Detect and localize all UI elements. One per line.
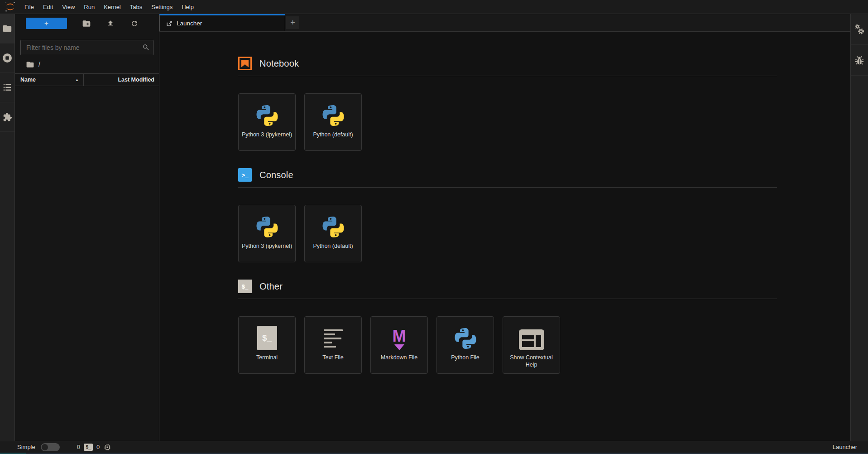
menu-edit[interactable]: Edit — [38, 0, 58, 14]
card-label: Python File — [448, 354, 482, 361]
launcher-card-notebook-python-default[interactable]: Python (default) — [304, 93, 362, 151]
terminals-count: 0 — [77, 444, 80, 450]
card-label: Show Contextual Help — [503, 354, 560, 369]
tab-bar: Launcher + — [159, 14, 850, 32]
puzzle-icon — [3, 112, 12, 122]
card-label: Terminal — [254, 354, 280, 361]
sidebar-tab-debugger[interactable] — [851, 45, 868, 76]
sidebar-tab-file-browser[interactable] — [0, 14, 14, 43]
contextual-help-icon — [519, 317, 544, 350]
running-kernels-icon — [2, 53, 13, 63]
text-file-icon — [324, 317, 343, 350]
launcher-section-notebook: Notebook Python 3 (ipykernel) — [238, 57, 777, 151]
search-icon — [142, 43, 150, 51]
section-title: Notebook — [259, 58, 299, 69]
section-title: Other — [259, 281, 283, 292]
left-sidebar — [0, 14, 15, 441]
sidebar-tab-property-inspector[interactable] — [851, 14, 868, 45]
python-logo-icon — [255, 205, 279, 239]
section-header-console: >_ Console — [238, 168, 777, 188]
python-logo-icon — [255, 94, 279, 127]
new-launcher-button[interactable]: + — [26, 18, 67, 29]
menu-help[interactable]: Help — [177, 0, 198, 14]
notebook-icon — [238, 57, 252, 70]
python-file-icon — [454, 317, 477, 350]
launcher-card-show-contextual-help[interactable]: Show Contextual Help — [503, 316, 560, 374]
launcher-card-notebook-python3[interactable]: Python 3 (ipykernel) — [238, 93, 296, 151]
launcher-section-console: >_ Console Pyth — [238, 168, 777, 262]
terminal-glyph: $_ — [242, 283, 248, 290]
menu-file[interactable]: File — [20, 0, 38, 14]
refresh-button[interactable] — [130, 19, 139, 28]
right-sidebar — [850, 14, 868, 441]
sidebar-tab-running-kernels[interactable] — [0, 43, 14, 73]
tab-launcher-label: Launcher — [177, 20, 202, 27]
new-folder-button[interactable] — [82, 19, 91, 28]
table-of-contents-icon — [2, 83, 12, 92]
sidebar-tab-table-of-contents[interactable] — [0, 73, 14, 102]
console-glyph: >_ — [242, 172, 249, 179]
new-tab-button[interactable]: + — [286, 16, 299, 29]
gears-icon — [854, 23, 865, 35]
new-folder-icon — [82, 19, 91, 28]
terminal-icon: $_ — [238, 280, 252, 293]
file-browser-panel: + — [15, 14, 159, 441]
bug-icon — [854, 55, 864, 66]
sidebar-tab-extensions[interactable] — [0, 102, 14, 132]
markdown-m-glyph: M — [393, 328, 406, 344]
status-bar: Simple 0 $_ 0 Launcher — [0, 441, 868, 453]
kernels-count: 0 — [96, 444, 100, 450]
section-header-notebook: Notebook — [238, 57, 777, 76]
current-activity-label: Launcher — [833, 444, 857, 450]
card-label: Python (default) — [310, 242, 355, 250]
simple-mode-label: Simple — [17, 444, 35, 450]
console-icon: >_ — [238, 168, 252, 182]
launcher-card-console-python3[interactable]: Python 3 (ipykernel) — [238, 205, 296, 262]
card-label: Python 3 (ipykernel) — [239, 131, 295, 138]
name-column-label: Name — [20, 77, 36, 83]
folder-icon — [2, 24, 12, 34]
breadcrumb-root[interactable]: / — [38, 61, 40, 68]
upload-icon — [106, 19, 115, 28]
breadcrumb: / — [15, 55, 159, 73]
launcher-card-terminal[interactable]: $_ Terminal — [238, 316, 296, 374]
jupyterlab-window: File Edit View Run Kernel Tabs Settings … — [0, 0, 868, 454]
menu-kernel[interactable]: Kernel — [99, 0, 125, 14]
menu-settings[interactable]: Settings — [147, 0, 177, 14]
simple-mode-toggle[interactable] — [41, 443, 60, 451]
filter-files-input[interactable] — [20, 40, 153, 55]
shell: + — [0, 14, 868, 441]
upload-button[interactable] — [106, 19, 115, 28]
card-row: Python 3 (ipykernel) Python (default) — [238, 205, 777, 262]
menu-view[interactable]: View — [58, 0, 79, 14]
filter-files-wrap — [20, 40, 153, 55]
refresh-icon — [130, 19, 139, 28]
column-header-name[interactable]: Name ▲ — [15, 74, 84, 86]
card-row: $_ Terminal Text File — [238, 316, 777, 374]
menu-run[interactable]: Run — [79, 0, 99, 14]
file-listing-empty[interactable] — [15, 86, 159, 441]
simple-mode-control: Simple — [17, 443, 60, 451]
card-label: Markdown File — [378, 354, 420, 361]
terminal-glyph: $_ — [262, 333, 272, 343]
section-header-other: $_ Other — [238, 280, 777, 299]
column-header-last-modified[interactable]: Last Modified — [84, 77, 159, 83]
launcher-card-markdown-file[interactable]: M Markdown File — [370, 316, 428, 374]
tab-launcher[interactable]: Launcher — [159, 14, 285, 31]
kernel-chip-icon — [103, 443, 111, 451]
file-browser-toolbar: + — [15, 14, 159, 33]
home-folder-icon[interactable] — [26, 60, 34, 69]
kernel-status-counts[interactable]: 0 $_ 0 — [77, 443, 111, 451]
launcher-panel: Notebook Python 3 (ipykernel) — [159, 32, 850, 441]
card-label: Text File — [320, 354, 346, 361]
launcher-card-python-file[interactable]: Python File — [436, 316, 494, 374]
launcher-icon — [166, 20, 173, 27]
file-list-header: Name ▲ Last Modified — [15, 73, 159, 86]
markdown-icon: M — [393, 317, 406, 350]
launcher-section-other: $_ Other $_ Terminal — [238, 280, 777, 374]
launcher-card-text-file[interactable]: Text File — [304, 316, 362, 374]
launcher-card-console-python-default[interactable]: Python (default) — [304, 205, 362, 262]
sort-ascending-icon: ▲ — [75, 78, 79, 82]
menu-tabs[interactable]: Tabs — [125, 0, 147, 14]
terminal-icon: $_ — [257, 317, 277, 350]
